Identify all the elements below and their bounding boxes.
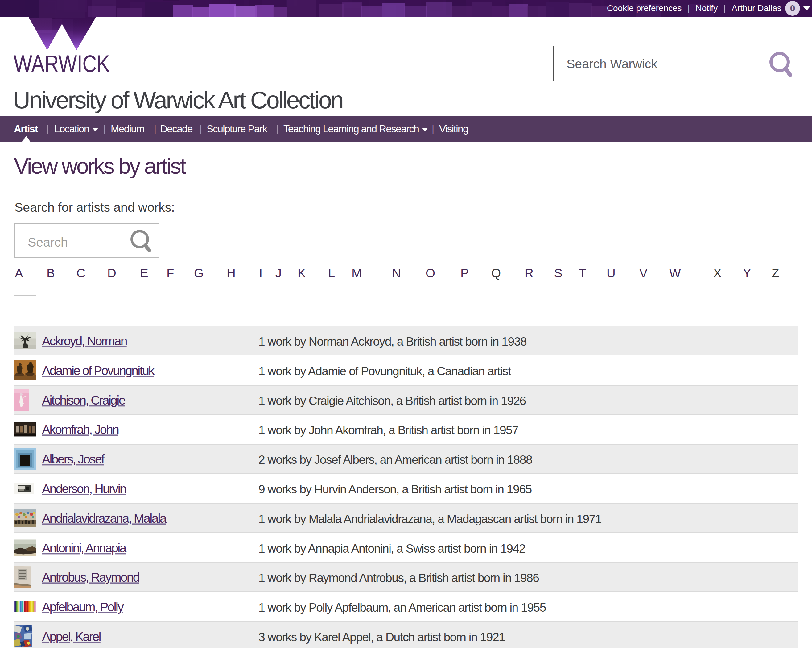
svg-text:WARWICK: WARWICK <box>14 55 110 74</box>
